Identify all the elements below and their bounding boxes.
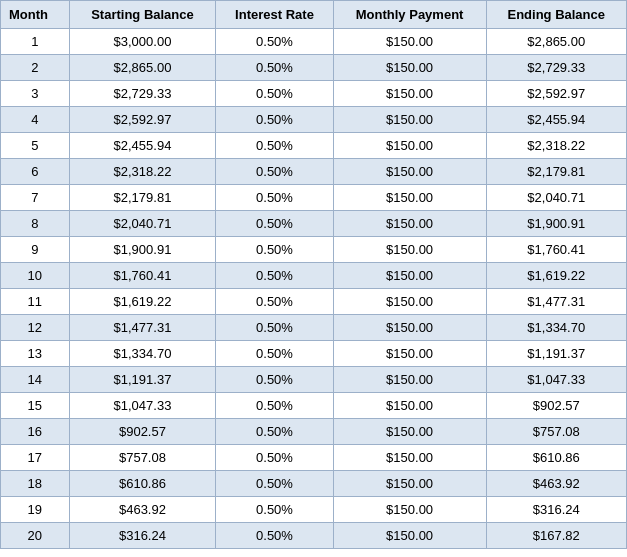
- table-cell: 0.50%: [216, 341, 333, 367]
- table-cell: $150.00: [333, 393, 486, 419]
- table-cell: $1,334.70: [69, 341, 216, 367]
- table-row: 6$2,318.220.50%$150.00$2,179.81: [1, 159, 627, 185]
- table-cell: 11: [1, 289, 70, 315]
- table-cell: $1,047.33: [69, 393, 216, 419]
- table-cell: $150.00: [333, 185, 486, 211]
- table-cell: $902.57: [69, 419, 216, 445]
- table-row: 17$757.080.50%$150.00$610.86: [1, 445, 627, 471]
- table-cell: 8: [1, 211, 70, 237]
- col-header-starting-balance: Starting Balance: [69, 1, 216, 29]
- table-cell: $1,477.31: [486, 289, 627, 315]
- table-cell: 17: [1, 445, 70, 471]
- table-row: 9$1,900.910.50%$150.00$1,760.41: [1, 237, 627, 263]
- table-cell: $2,318.22: [486, 133, 627, 159]
- table-row: 12$1,477.310.50%$150.00$1,334.70: [1, 315, 627, 341]
- table-cell: 0.50%: [216, 133, 333, 159]
- table-cell: $316.24: [69, 523, 216, 549]
- table-cell: $1,900.91: [69, 237, 216, 263]
- col-header-ending-balance: Ending Balance: [486, 1, 627, 29]
- table-cell: $1,334.70: [486, 315, 627, 341]
- table-row: 2$2,865.000.50%$150.00$2,729.33: [1, 55, 627, 81]
- table-cell: $150.00: [333, 55, 486, 81]
- table-cell: 0.50%: [216, 419, 333, 445]
- amortization-table: Month Starting Balance Interest Rate Mon…: [0, 0, 627, 549]
- table-cell: 14: [1, 367, 70, 393]
- table-row: 4$2,592.970.50%$150.00$2,455.94: [1, 107, 627, 133]
- table-cell: $1,191.37: [486, 341, 627, 367]
- table-cell: $1,191.37: [69, 367, 216, 393]
- table-cell: 0.50%: [216, 29, 333, 55]
- table-cell: 0.50%: [216, 315, 333, 341]
- table-cell: 0.50%: [216, 471, 333, 497]
- table-cell: $1,619.22: [486, 263, 627, 289]
- table-cell: $2,040.71: [69, 211, 216, 237]
- table-row: 11$1,619.220.50%$150.00$1,477.31: [1, 289, 627, 315]
- table-row: 15$1,047.330.50%$150.00$902.57: [1, 393, 627, 419]
- table-cell: $150.00: [333, 159, 486, 185]
- table-cell: $2,318.22: [69, 159, 216, 185]
- table-cell: 5: [1, 133, 70, 159]
- table-cell: $1,619.22: [69, 289, 216, 315]
- table-cell: 0.50%: [216, 445, 333, 471]
- table-cell: $2,040.71: [486, 185, 627, 211]
- table-row: 1$3,000.000.50%$150.00$2,865.00: [1, 29, 627, 55]
- table-cell: 7: [1, 185, 70, 211]
- table-row: 5$2,455.940.50%$150.00$2,318.22: [1, 133, 627, 159]
- table-cell: 0.50%: [216, 497, 333, 523]
- table-cell: $150.00: [333, 289, 486, 315]
- table-cell: $2,455.94: [486, 107, 627, 133]
- table-cell: $463.92: [486, 471, 627, 497]
- table-cell: $2,729.33: [486, 55, 627, 81]
- table-cell: 0.50%: [216, 289, 333, 315]
- table-cell: 0.50%: [216, 393, 333, 419]
- table-cell: $1,760.41: [69, 263, 216, 289]
- table-cell: $757.08: [486, 419, 627, 445]
- table-row: 16$902.570.50%$150.00$757.08: [1, 419, 627, 445]
- table-cell: $167.82: [486, 523, 627, 549]
- table-cell: $2,865.00: [486, 29, 627, 55]
- table-cell: $610.86: [486, 445, 627, 471]
- table-row: 10$1,760.410.50%$150.00$1,619.22: [1, 263, 627, 289]
- table-row: 14$1,191.370.50%$150.00$1,047.33: [1, 367, 627, 393]
- table-cell: 18: [1, 471, 70, 497]
- col-header-month: Month: [1, 1, 70, 29]
- table-cell: 15: [1, 393, 70, 419]
- table-cell: $150.00: [333, 471, 486, 497]
- table-cell: $150.00: [333, 341, 486, 367]
- table-cell: $3,000.00: [69, 29, 216, 55]
- table-cell: $2,592.97: [486, 81, 627, 107]
- table-cell: 0.50%: [216, 523, 333, 549]
- table-cell: 0.50%: [216, 237, 333, 263]
- table-cell: $150.00: [333, 419, 486, 445]
- table-row: 18$610.860.50%$150.00$463.92: [1, 471, 627, 497]
- table-cell: $150.00: [333, 263, 486, 289]
- table-cell: 9: [1, 237, 70, 263]
- table-cell: $150.00: [333, 523, 486, 549]
- col-header-monthly-payment: Monthly Payment: [333, 1, 486, 29]
- table-cell: $757.08: [69, 445, 216, 471]
- table-cell: $2,865.00: [69, 55, 216, 81]
- col-header-interest-rate: Interest Rate: [216, 1, 333, 29]
- table-cell: $610.86: [69, 471, 216, 497]
- table-cell: 10: [1, 263, 70, 289]
- table-cell: 4: [1, 107, 70, 133]
- table-cell: 13: [1, 341, 70, 367]
- table-cell: $150.00: [333, 107, 486, 133]
- table-cell: 6: [1, 159, 70, 185]
- table-cell: $150.00: [333, 237, 486, 263]
- table-cell: $902.57: [486, 393, 627, 419]
- table-row: 13$1,334.700.50%$150.00$1,191.37: [1, 341, 627, 367]
- table-row: 8$2,040.710.50%$150.00$1,900.91: [1, 211, 627, 237]
- table-cell: 16: [1, 419, 70, 445]
- table-cell: 0.50%: [216, 81, 333, 107]
- table-cell: $1,047.33: [486, 367, 627, 393]
- table-cell: $150.00: [333, 133, 486, 159]
- table-cell: $150.00: [333, 497, 486, 523]
- table-cell: 0.50%: [216, 107, 333, 133]
- table-cell: $150.00: [333, 315, 486, 341]
- table-cell: $2,455.94: [69, 133, 216, 159]
- table-cell: 20: [1, 523, 70, 549]
- table-row: 7$2,179.810.50%$150.00$2,040.71: [1, 185, 627, 211]
- table-cell: $150.00: [333, 81, 486, 107]
- table-cell: $1,760.41: [486, 237, 627, 263]
